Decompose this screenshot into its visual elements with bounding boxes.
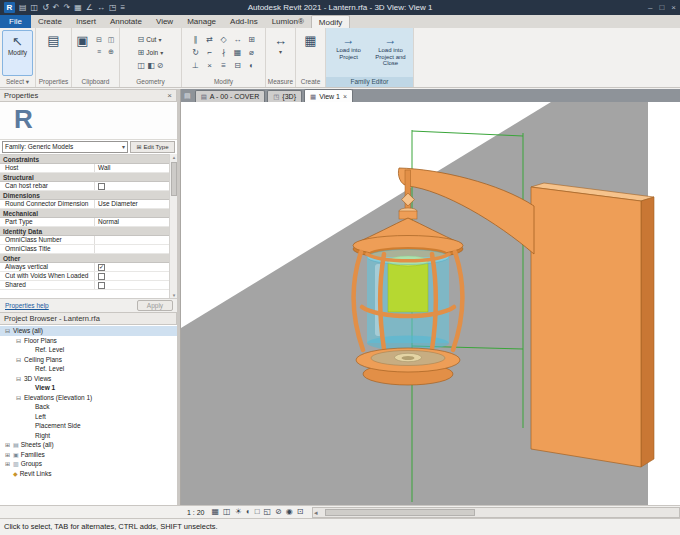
copy-to-clipboard-icon[interactable]: ◫ bbox=[105, 34, 117, 46]
save-icon[interactable]: ◫ bbox=[31, 0, 39, 15]
horizontal-scrollbar[interactable]: ◂ bbox=[312, 507, 680, 518]
collapse-icon[interactable]: ⊟ bbox=[15, 337, 22, 344]
undo-icon[interactable]: ↶ bbox=[53, 0, 60, 15]
demolish-icon[interactable]: ⊘ bbox=[157, 61, 164, 70]
collapse-icon[interactable]: ⊟ bbox=[15, 394, 22, 401]
tree-item[interactable]: ⊟Ceiling Plans bbox=[0, 355, 177, 365]
revit-logo[interactable]: R bbox=[4, 2, 15, 13]
type-selector-dropdown[interactable]: Family: Generic Models ▾ bbox=[2, 141, 128, 153]
property-group-header[interactable]: Mechanical bbox=[0, 209, 169, 218]
ribbon-tab-add-ins[interactable]: Add-Ins bbox=[223, 15, 265, 28]
panel-label-select[interactable]: Select ▾ bbox=[0, 77, 35, 87]
wall-panel-side[interactable] bbox=[641, 197, 654, 467]
ribbon-tab-annotate[interactable]: Annotate bbox=[103, 15, 149, 28]
wall-panel-front[interactable] bbox=[531, 187, 641, 467]
tree-item[interactable]: ⊞▥Groups bbox=[0, 459, 177, 469]
tree-item[interactable]: ⊟3D Views bbox=[0, 374, 177, 384]
cut-geometry-button[interactable]: ⊟ Cut ▾ bbox=[138, 33, 164, 45]
array-tool-icon[interactable]: ▦ bbox=[231, 46, 245, 59]
tree-item[interactable]: ⊟Views (all) bbox=[0, 326, 177, 336]
temporary-hide-isolate-icon[interactable]: ⊘ bbox=[275, 506, 282, 518]
properties-help-link[interactable]: Properties help bbox=[5, 302, 49, 309]
create-group-button[interactable]: ▦ bbox=[298, 30, 323, 76]
property-value[interactable] bbox=[94, 245, 169, 253]
property-value[interactable] bbox=[94, 182, 169, 190]
property-value[interactable]: ✓ bbox=[94, 263, 169, 271]
panel-label-create[interactable]: Create bbox=[296, 77, 325, 87]
trim-tool-icon[interactable]: ⌐ bbox=[203, 46, 217, 59]
scale-button[interactable]: 1 : 20 bbox=[184, 509, 208, 516]
property-value[interactable] bbox=[94, 272, 169, 280]
scale-tool-icon[interactable]: ⌀ bbox=[245, 46, 259, 59]
paste-button[interactable]: ▣ bbox=[74, 30, 91, 76]
load-into-project-button[interactable]: → Load into Project bbox=[329, 30, 369, 76]
ribbon-tab-create[interactable]: Create bbox=[31, 15, 69, 28]
expand-icon[interactable]: ⊞ bbox=[4, 451, 11, 458]
property-group-header[interactable]: Structural bbox=[0, 173, 169, 182]
tree-item[interactable]: Left bbox=[0, 412, 177, 422]
view-tab--3d[interactable]: ◳{3D} bbox=[267, 90, 302, 102]
candle[interactable] bbox=[388, 261, 428, 312]
default-3d-view-icon[interactable]: ◳ bbox=[109, 0, 117, 15]
apply-button[interactable]: Apply bbox=[137, 300, 173, 311]
cut-profile-icon[interactable]: ◫ bbox=[138, 61, 146, 70]
maximize-button[interactable]: □ bbox=[659, 0, 664, 15]
views-stack-icon[interactable]: ▤ bbox=[184, 90, 191, 102]
reveal-hidden-elements-icon[interactable]: ◉ bbox=[286, 506, 293, 518]
pin-tool-icon[interactable]: ⊥ bbox=[189, 59, 203, 72]
property-group-header[interactable]: Identity Data bbox=[0, 227, 169, 236]
edit-type-button[interactable]: ⊞ Edit Type bbox=[130, 141, 175, 153]
property-group-header[interactable]: Other bbox=[0, 254, 169, 263]
split-tool-icon[interactable]: ∤ bbox=[217, 46, 231, 59]
tree-item[interactable]: ⊟Floor Plans bbox=[0, 336, 177, 346]
tree-item[interactable]: Ref. Level bbox=[0, 364, 177, 374]
3d-viewport[interactable] bbox=[181, 102, 680, 505]
ribbon-tab-view[interactable]: View bbox=[149, 15, 180, 28]
properties-panel-header[interactable]: Properties × bbox=[0, 89, 177, 102]
offset-tool-icon[interactable]: ⇄ bbox=[203, 33, 217, 46]
tree-item[interactable]: Back bbox=[0, 402, 177, 412]
measure-button[interactable]: ↔ ▾ bbox=[268, 30, 293, 76]
paint-tool-icon[interactable]: ◐ bbox=[245, 59, 259, 72]
collapse-icon[interactable]: ⊟ bbox=[15, 375, 22, 382]
tree-item[interactable]: ◆Revit Links bbox=[0, 469, 177, 479]
mirror-tool-icon[interactable]: ◇ bbox=[217, 33, 231, 46]
cut-to-clipboard-icon[interactable]: ⊟ bbox=[93, 34, 105, 46]
redo-icon[interactable]: ↷ bbox=[64, 0, 71, 15]
visual-style-icon[interactable]: ◫ bbox=[223, 506, 231, 518]
scroll-left-icon[interactable]: ◂ bbox=[314, 508, 318, 517]
panel-label-measure[interactable]: Measure bbox=[266, 77, 295, 87]
expand-icon[interactable]: ⊞ bbox=[4, 460, 11, 467]
property-value[interactable] bbox=[94, 236, 169, 244]
copy-tool-icon[interactable]: ⊞ bbox=[245, 33, 259, 46]
candle-cup-inner[interactable] bbox=[402, 356, 415, 360]
expand-icon[interactable]: ⊞ bbox=[4, 441, 11, 448]
ribbon-tab-manage[interactable]: Manage bbox=[180, 15, 223, 28]
print-icon[interactable]: ▦ bbox=[74, 0, 82, 15]
load-into-project-and-close-button[interactable]: → Load into Project and Close bbox=[371, 30, 411, 76]
checkbox[interactable] bbox=[98, 282, 105, 289]
close-button[interactable]: × bbox=[671, 0, 676, 15]
panel-label-family-editor[interactable]: Family Editor bbox=[326, 77, 413, 87]
properties-toggle-button[interactable]: ▤ bbox=[38, 30, 69, 76]
panel-label-geometry[interactable]: Geometry bbox=[120, 77, 181, 87]
ribbon-tab-modify[interactable]: Modify bbox=[311, 15, 351, 28]
horizontal-scrollbar-thumb[interactable] bbox=[325, 509, 475, 516]
ribbon-tab-file[interactable]: File bbox=[0, 15, 31, 28]
open-file-icon[interactable]: ▤ bbox=[19, 0, 27, 15]
property-value[interactable]: Wall bbox=[94, 164, 169, 172]
panel-label-properties[interactable]: Properties bbox=[36, 77, 71, 87]
tree-item[interactable]: ⊞▤Sheets (all) bbox=[0, 440, 177, 450]
match-type-icon[interactable]: ≡ bbox=[93, 46, 105, 58]
move-tool-icon[interactable]: ↔ bbox=[231, 33, 245, 46]
thin-lines-icon[interactable]: ≡ bbox=[121, 0, 126, 15]
tree-item[interactable]: Placement Side bbox=[0, 421, 177, 431]
tree-item[interactable]: ⊞▣Families bbox=[0, 450, 177, 460]
measure-icon[interactable]: ∠ bbox=[86, 0, 93, 15]
property-value[interactable]: Use Diameter bbox=[94, 200, 169, 208]
paste-aligned-icon[interactable]: ⊕ bbox=[105, 46, 117, 58]
sync-icon[interactable]: ↺ bbox=[42, 0, 49, 15]
property-value[interactable]: Normal bbox=[94, 218, 169, 226]
panel-label-clipboard[interactable]: Clipboard bbox=[72, 77, 119, 87]
panel-label-modify[interactable]: Modify bbox=[182, 77, 265, 87]
